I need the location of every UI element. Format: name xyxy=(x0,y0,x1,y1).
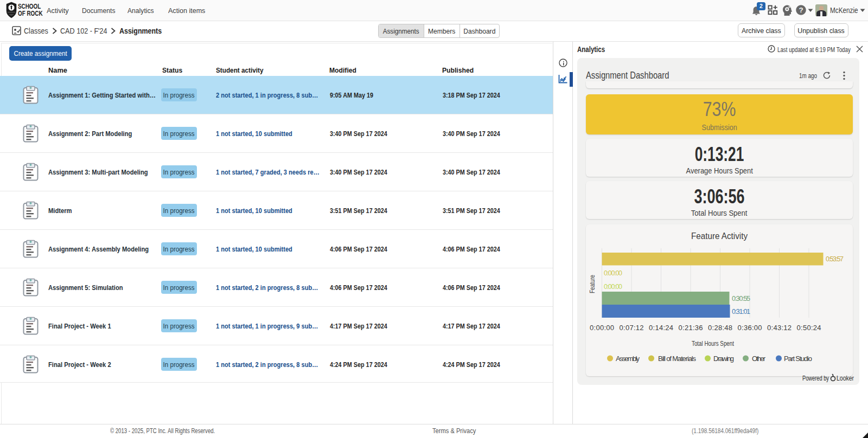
svg-text:0:00:00: 0:00:00 xyxy=(604,283,622,291)
svg-text:Powered by: Powered by xyxy=(802,374,829,382)
svg-text:Bill of Materials: Bill of Materials xyxy=(658,355,697,363)
svg-text:0:50:24: 0:50:24 xyxy=(797,324,821,332)
svg-text:0:00:00: 0:00:00 xyxy=(590,324,614,332)
svg-text:0:00:00: 0:00:00 xyxy=(604,269,622,277)
svg-text:0:30:55: 0:30:55 xyxy=(732,295,750,302)
svg-text:Other: Other xyxy=(752,355,766,363)
svg-text:?: ? xyxy=(799,6,803,14)
svg-text:Part Studio: Part Studio xyxy=(784,355,812,363)
svg-text:0:21:36: 0:21:36 xyxy=(679,324,703,332)
svg-text:0:43:12: 0:43:12 xyxy=(767,324,792,332)
svg-text:Feature Activity: Feature Activity xyxy=(691,231,748,241)
svg-text:Total Hours Spent: Total Hours Spent xyxy=(692,339,734,347)
svg-text:0:53:57: 0:53:57 xyxy=(826,255,844,263)
svg-text:0:14:24: 0:14:24 xyxy=(649,324,673,332)
svg-text:Assembly: Assembly xyxy=(616,355,640,363)
svg-text:0:28:48: 0:28:48 xyxy=(708,324,732,332)
svg-text:Looker: Looker xyxy=(837,374,854,382)
svg-text:0:36:00: 0:36:00 xyxy=(738,324,762,332)
svg-text:Drawing: Drawing xyxy=(713,355,734,363)
svg-text:0:07:12: 0:07:12 xyxy=(620,324,644,332)
svg-text:Feature: Feature xyxy=(588,275,596,293)
svg-text:0:31:01: 0:31:01 xyxy=(732,308,750,315)
